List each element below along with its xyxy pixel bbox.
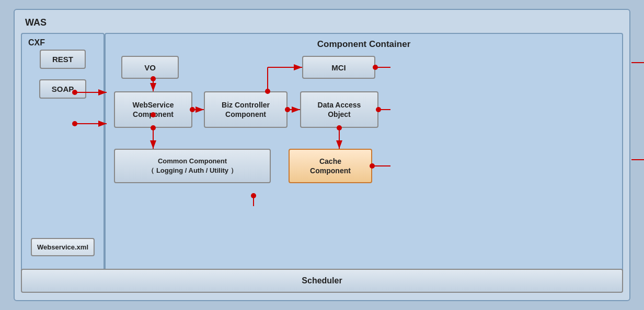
webservice-component-label: WebServiceComponent	[132, 100, 174, 119]
webservice-xml-box: Webservice.xml	[31, 238, 95, 256]
cxf-panel: CXF REST SOAP Webservice.xml	[21, 33, 105, 273]
main-area: CXF REST SOAP Webservice.xml Component C…	[21, 33, 623, 273]
soap-box: SOAP	[39, 79, 87, 99]
arrow-to-db	[631, 159, 644, 160]
common-component-label: Common Component（ Logging / Auth / Utili…	[147, 157, 237, 175]
cache-component-box: CacheComponent	[289, 149, 372, 183]
dao-label: Data AccessObject	[318, 100, 361, 119]
vo-box: VO	[121, 56, 179, 79]
was-label: WAS	[25, 17, 47, 28]
dao-box: Data AccessObject	[300, 91, 378, 128]
rest-box: REST	[40, 50, 86, 69]
dot-scheduler-top	[251, 193, 256, 198]
cxf-label: CXF	[28, 38, 45, 47]
biz-controller-label: Biz ControllerComponent	[222, 100, 270, 119]
outer-container: WAS CXF REST SOAP Webservice.xml Compone…	[14, 9, 630, 301]
cache-component-label: CacheComponent	[310, 157, 351, 175]
arrow-to-external	[631, 62, 644, 63]
mci-box: MCI	[302, 56, 375, 79]
component-panel: Component Container VO WebServiceCompone…	[105, 33, 623, 273]
webservice-component-box: WebServiceComponent	[114, 91, 192, 128]
scheduler-bar: Scheduler	[21, 269, 623, 293]
component-container-label: Component Container	[114, 39, 614, 50]
biz-controller-box: Biz ControllerComponent	[204, 91, 288, 128]
common-component-box: Common Component（ Logging / Auth / Utili…	[114, 149, 271, 183]
